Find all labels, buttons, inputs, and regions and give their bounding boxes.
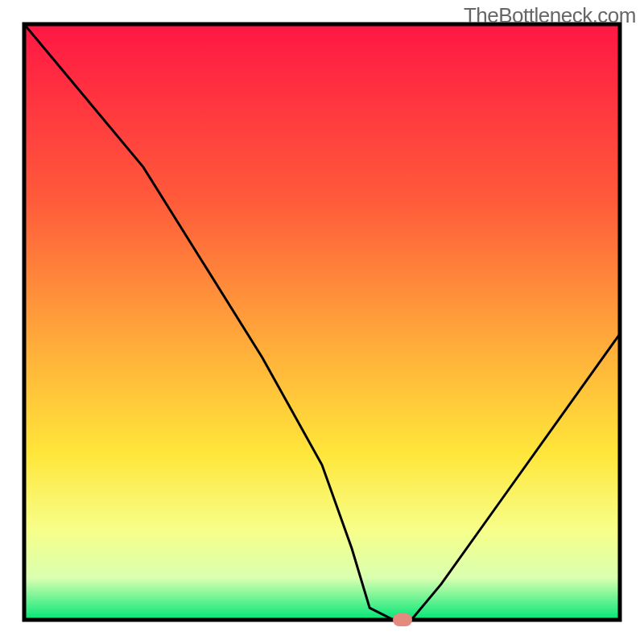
- optimum-marker: [393, 613, 412, 626]
- bottleneck-chart: TheBottleneck.com: [0, 0, 644, 644]
- watermark-text: TheBottleneck.com: [464, 3, 636, 28]
- plot-background: [24, 24, 620, 620]
- chart-svg: [0, 0, 644, 644]
